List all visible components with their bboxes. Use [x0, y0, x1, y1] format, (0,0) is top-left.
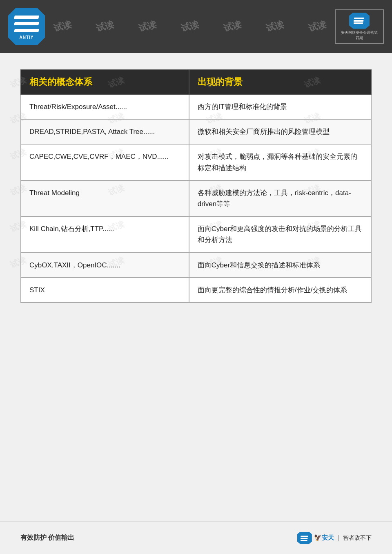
footer-logo-icon [297, 532, 312, 544]
right-logo-subtitle: 安天网络安全令训营第四期 [340, 30, 379, 41]
table-row: Kill Chain,钻石分析,TTP......面向Cyber和更高强度的攻击… [21, 216, 371, 252]
logo-stripe-2 [14, 22, 39, 25]
logo-stripe-1 [14, 16, 39, 19]
col1-header: 相关的概念体系 [21, 70, 189, 94]
table-cell-right-2: 对攻击模式，脆弱点，漏洞等各种基础的安全元素的标定和描述结构 [189, 144, 371, 180]
footer-logo-antiy: 🦅安天 [314, 534, 334, 542]
svg-rect-3 [301, 536, 308, 537]
logo-text: ANTIY [20, 35, 34, 40]
table-row: STIX面向更完整的综合性的情报分析/作业/交换的体系 [21, 278, 371, 303]
table-cell-right-1: 微软和相关安全厂商所推出的风险管理模型 [189, 119, 371, 144]
header-wm-7: 试读 [307, 18, 327, 35]
header-wm-5: 试读 [222, 18, 243, 35]
table-row: Threat/Risk/Exposure/Asset......西方的IT管理和… [21, 94, 371, 119]
table-cell-left-6: STIX [21, 278, 189, 303]
header-wm-1: 试读 [52, 18, 73, 35]
table-cell-left-5: CybOX,TAXII，OpenIOC....... [21, 253, 189, 278]
table-row: DREAD,STRIDE,PASTA, Attack Tree......微软和… [21, 119, 371, 144]
table-row: Threat Modeling各种威胁建模的方法论，工具，risk-centri… [21, 180, 371, 216]
svg-rect-0 [354, 18, 364, 19]
table-row: CybOX,TAXII，OpenIOC.......面向Cyber和信息交换的描… [21, 253, 371, 278]
footer-logo: 🦅安天 | 智者敌不下 [297, 532, 372, 544]
table-cell-right-0: 西方的IT管理和标准化的背景 [189, 94, 371, 119]
col2-header: 出现的背景 [189, 70, 371, 94]
main-content: 试读 试读 试读 试读 试读 试读 试读 试读 试读 试读 试读 试读 试读 试… [0, 53, 392, 319]
svg-rect-1 [354, 20, 363, 22]
table-cell-right-4: 面向Cyber和更高强度的攻击和对抗的场景的分析工具和分析方法 [189, 216, 371, 252]
right-logo-icon [349, 13, 370, 29]
svg-rect-2 [354, 22, 363, 24]
header-wm-6: 试读 [265, 18, 285, 35]
table-cell-left-4: Kill Chain,钻石分析,TTP...... [21, 216, 189, 252]
footer-logo-tagline: 智者敌不下 [343, 534, 372, 542]
footer: 有效防护 价值输出 🦅安天 | 智者敌不下 [0, 521, 392, 554]
table-cell-left-2: CAPEC,CWE,CVE,CVRF，MAEC，NVD...... [21, 144, 189, 180]
header: ANTIY 试读 试读 试读 试读 试读 试读 试读 安天网络安全令训营第四期 [0, 0, 392, 53]
right-logo-box: 安天网络安全令训营第四期 [335, 9, 384, 44]
svg-rect-5 [301, 540, 307, 541]
table-row: CAPEC,CWE,CVE,CVRF，MAEC，NVD......对攻击模式，脆… [21, 144, 371, 180]
footer-slogan: 有效防护 价值输出 [20, 534, 74, 542]
table-cell-right-3: 各种威胁建模的方法论，工具，risk-centric，data-driven等等 [189, 180, 371, 216]
table-cell-left-1: DREAD,STRIDE,PASTA, Attack Tree...... [21, 119, 189, 144]
table-cell-right-6: 面向更完整的综合性的情报分析/作业/交换的体系 [189, 278, 371, 303]
table-cell-right-5: 面向Cyber和信息交换的描述和标准体系 [189, 253, 371, 278]
table-cell-left-0: Threat/Risk/Exposure/Asset...... [21, 94, 189, 119]
header-wm-4: 试读 [180, 18, 200, 35]
logo-stripe-3 [14, 29, 39, 32]
antiy-logo: ANTIY [8, 8, 45, 45]
svg-rect-4 [301, 538, 308, 539]
footer-divider: | [338, 534, 339, 542]
main-table: 相关的概念体系 出现的背景 Threat/Risk/Exposure/Asset… [20, 69, 372, 303]
table-cell-left-3: Threat Modeling [21, 180, 189, 216]
header-wm-2: 试读 [95, 18, 115, 35]
header-watermarks: 试读 试读 试读 试读 试读 试读 试读 [45, 20, 335, 33]
header-wm-3: 试读 [137, 18, 158, 35]
header-right-logo: 安天网络安全令训营第四期 [335, 9, 384, 44]
logo-stripes [14, 14, 39, 34]
